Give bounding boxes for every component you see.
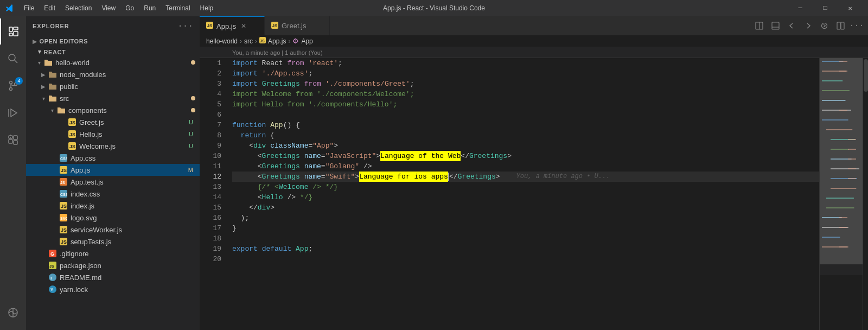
token-comment-5: import Hello from './components/Hello';: [232, 99, 397, 110]
tree-item-greet-js[interactable]: ▶ JS Greet.js U: [26, 116, 200, 128]
run-activity-icon[interactable]: [0, 100, 26, 126]
menu-edit[interactable]: Edit: [40, 3, 60, 13]
open-changes-icon[interactable]: [833, 19, 847, 33]
welcome-js-icon: JS: [67, 142, 77, 150]
svg-rect-12: [14, 136, 17, 139]
gitignore-icon: G: [48, 250, 58, 257]
remote-activity-icon[interactable]: [0, 300, 26, 326]
code-line-17: }: [232, 223, 819, 233]
tab-app-js-close[interactable]: ✕: [239, 22, 248, 30]
line-num-10: 10: [200, 151, 221, 161]
explorer-activity-icon[interactable]: [0, 18, 26, 45]
tree-item-app-css[interactable]: ▶ CSS App.css: [26, 152, 200, 164]
window-controls: ─ □ ✕: [788, 0, 863, 16]
svg-rect-56: [837, 22, 840, 29]
line-num-18: 18: [200, 233, 221, 244]
src-chevron: ▾: [39, 96, 48, 101]
nav-back-icon[interactable]: [784, 19, 799, 33]
more-actions-icon[interactable]: ···: [850, 19, 864, 33]
react-section[interactable]: ▾ REACT: [26, 47, 200, 56]
breadcrumb-app-function[interactable]: App: [301, 37, 312, 45]
sidebar-actions[interactable]: ···: [177, 21, 193, 31]
tree-item-gitignore[interactable]: ▶ G .gitignore: [26, 248, 200, 259]
menu-selection[interactable]: Selection: [61, 3, 96, 13]
public-label: public: [60, 82, 195, 91]
token-classname-9: className: [270, 141, 308, 151]
tree-item-node-modules[interactable]: ▶ node_modules: [26, 68, 200, 80]
open-editors-section[interactable]: ▶ OPEN EDITORS: [26, 35, 200, 47]
svg-text:Y: Y: [50, 287, 54, 292]
tree-item-src[interactable]: ▾ src: [26, 92, 200, 104]
tree-item-setup-tests[interactable]: ▶ JS setupTests.js: [26, 236, 200, 248]
token-import-1: import: [232, 58, 258, 68]
menu-run[interactable]: Run: [139, 3, 160, 13]
tree-item-readme[interactable]: ▶ i README.md: [26, 271, 200, 283]
token-return-8: return: [241, 130, 266, 141]
editor-content[interactable]: 1 2 3 4 5 6 7 8 9 10 11 12 13 14 15 16 1…: [200, 58, 868, 330]
token-welcome-13: Welcome: [279, 182, 309, 192]
breadcrumb-hello-world[interactable]: hello-world: [206, 37, 238, 45]
svg-text:JS: JS: [61, 204, 67, 209]
breadcrumb: hello-world › src › JS App.js › ⚙ App: [200, 35, 868, 47]
tree-item-hello-js[interactable]: ▶ JS Hello.js U: [26, 128, 200, 140]
code-line-15: </ div >: [232, 202, 819, 213]
tree-item-package-json[interactable]: ▶ JS package.json: [26, 259, 200, 271]
line-num-4: 4: [200, 89, 221, 99]
tree-item-logo-svg[interactable]: ▶ SVG logo.svg: [26, 212, 200, 224]
token-greetings-close-12: Greetings: [458, 172, 496, 182]
tab-app-js[interactable]: JS App.js ✕: [200, 16, 265, 35]
maximize-button[interactable]: □: [813, 0, 838, 16]
tree-item-service-worker[interactable]: ▶ JS serviceWorker.js: [26, 224, 200, 236]
toggle-panel-icon[interactable]: [768, 19, 782, 33]
tree-item-hello-world[interactable]: ▾ hello-world: [26, 56, 200, 68]
code-line-14: < Hello /> */}: [232, 192, 819, 202]
minimap-canvas: [820, 58, 863, 275]
menu-terminal[interactable]: Terminal: [161, 3, 194, 13]
token-hl-10: Language of the Web: [380, 151, 461, 161]
scrollbar-thumb[interactable]: [864, 59, 868, 92]
index-js-icon: JS: [59, 202, 68, 210]
tree-item-public[interactable]: ▶ public: [26, 80, 200, 92]
code-line-8: return (: [232, 130, 819, 141]
token-import-3: import: [232, 79, 258, 89]
nav-forward-icon[interactable]: [801, 19, 815, 33]
token-eq-11: =: [321, 161, 326, 172]
search-activity-icon[interactable]: [0, 46, 26, 72]
tree-item-yarn-lock[interactable]: ▶ Y yarn.lock: [26, 283, 200, 295]
menu-help[interactable]: Help: [196, 3, 218, 13]
code-line-9: < div className = "App" >: [232, 141, 819, 151]
breadcrumb-app-js[interactable]: App.js: [268, 37, 286, 45]
breadcrumb-sep2: ›: [255, 37, 257, 45]
tree-item-components[interactable]: ▾ components: [26, 104, 200, 116]
tree-item-app-js[interactable]: ▶ JS App.js M: [26, 164, 200, 176]
tree-item-index-css[interactable]: ▶ CSS index.css: [26, 188, 200, 200]
menu-file[interactable]: File: [20, 3, 39, 13]
code-editor[interactable]: import React from 'react' ; import './Ap…: [227, 58, 819, 330]
token-gt-close-10: >: [507, 151, 512, 161]
token-space-3: [258, 79, 262, 89]
code-line-20: [232, 254, 819, 264]
svg-point-55: [821, 23, 827, 29]
public-icon: [48, 82, 58, 91]
svg-line-5: [15, 60, 18, 64]
breadcrumb-src[interactable]: src: [244, 37, 253, 45]
token-close-10: </: [461, 151, 469, 161]
split-editor-icon[interactable]: [752, 19, 766, 33]
go-to-file-icon[interactable]: [817, 19, 831, 33]
extensions-activity-icon[interactable]: [0, 127, 26, 153]
menu-view[interactable]: View: [97, 3, 120, 13]
token-comment-13b: /> */}: [308, 182, 338, 192]
svg-point-6: [10, 81, 12, 84]
tab-greet-js[interactable]: JS Greet.js: [265, 16, 330, 35]
tree-item-index-js[interactable]: ▶ JS index.js: [26, 200, 200, 212]
minimize-button[interactable]: ─: [788, 0, 813, 16]
source-control-activity-icon[interactable]: 4: [0, 73, 26, 99]
editor-top-right-toolbar: ···: [752, 16, 868, 35]
tab-greet-js-icon: JS: [271, 22, 278, 30]
vertical-scrollbar[interactable]: [863, 58, 868, 330]
tree-item-welcome-js[interactable]: ▶ JS Welcome.js U: [26, 140, 200, 152]
greet-js-label: Greet.js: [79, 118, 189, 126]
tree-item-app-test-js[interactable]: ▶ JS App.test.js: [26, 176, 200, 188]
menu-go[interactable]: Go: [121, 3, 138, 13]
close-button[interactable]: ✕: [838, 0, 863, 16]
